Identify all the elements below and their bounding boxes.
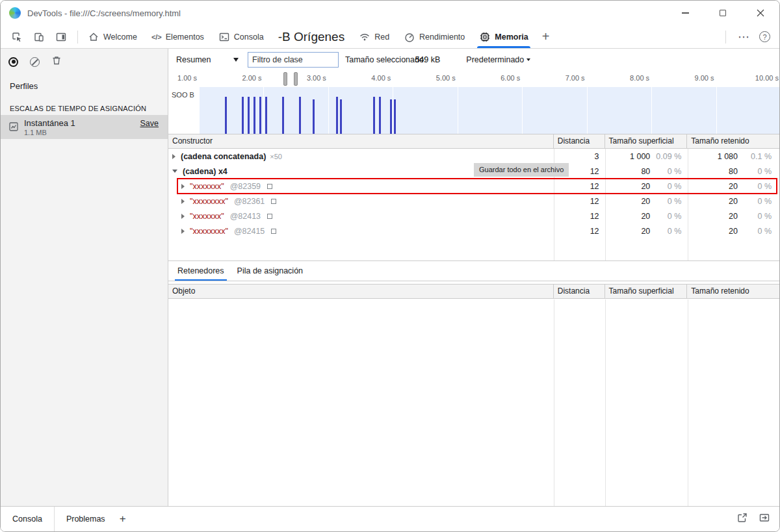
- shallow-size-cell: 200 %: [604, 194, 687, 209]
- allocation-timelines-section-heading: ESCALAS DE TIEMPO DE ASIGNACIÓN: [10, 105, 146, 112]
- drawer-tab-consola[interactable]: Consola: [1, 507, 55, 531]
- shallow-percent: 0 %: [650, 197, 681, 206]
- snapshot-name: Instantánea 1: [24, 118, 75, 128]
- drawer-right-tools: [736, 512, 779, 526]
- clear-profiles-button[interactable]: [30, 57, 40, 67]
- shallow-size-cell: 200 %: [604, 209, 687, 223]
- column-header-distancia[interactable]: Distancia: [553, 285, 604, 298]
- column-header-retained-size[interactable]: Tamaño retenido: [686, 134, 779, 148]
- allocation-bar: [390, 99, 392, 134]
- inspect-element-button[interactable]: [8, 29, 25, 45]
- add-drawer-tab-button[interactable]: +: [120, 513, 126, 526]
- constructor-cell: "xxxxxxxx"@82361: [168, 194, 553, 209]
- device-emulation-icon: [33, 31, 45, 43]
- help-button[interactable]: ?: [759, 31, 770, 42]
- heap-row[interactable]: "xxxxxxxx"@8241512200 %200 %: [168, 223, 779, 238]
- selected-size-value: 549 kB: [415, 55, 440, 64]
- open-external-button[interactable]: [736, 512, 748, 526]
- tab-rendimiento[interactable]: Rendimiento: [396, 25, 472, 48]
- column-divider: [554, 299, 554, 506]
- expand-arrow-icon[interactable]: [172, 154, 176, 159]
- expand-arrow-icon[interactable]: [181, 184, 185, 189]
- heap-row[interactable]: (cadena concatenada)×5031 0000.09 %1 080…: [168, 149, 779, 164]
- close-button[interactable]: [742, 1, 779, 25]
- heap-rows: (cadena concatenada)×5031 0000.09 %1 080…: [168, 149, 779, 238]
- more-options-button[interactable]: ⋯: [738, 30, 750, 44]
- object-id: @82359: [230, 182, 261, 191]
- expand-arrow-icon[interactable]: [181, 229, 185, 234]
- heap-row[interactable]: "xxxxxxxx"@8236112200 %200 %: [168, 194, 779, 209]
- heap-row[interactable]: "xxxxxxx"@8241312200 %200 %: [168, 209, 779, 223]
- expand-arrow-icon[interactable]: [181, 214, 185, 219]
- retained-value: 20: [686, 227, 738, 236]
- column-header-shallow-size[interactable]: Tamaño superficial: [604, 285, 687, 298]
- object-id: @82413: [230, 212, 261, 221]
- memory-chip-icon: [479, 31, 491, 43]
- preview-box-icon: [271, 229, 276, 234]
- column-header-retained-size[interactable]: Tamaño retenido: [686, 285, 779, 298]
- object-id: @82415: [234, 227, 265, 236]
- profile-select[interactable]: Predeterminado: [466, 55, 530, 64]
- device-emulation-button[interactable]: [31, 29, 47, 45]
- column-header-constructor[interactable]: Constructor: [168, 134, 553, 148]
- shallow-percent: 0 %: [650, 182, 681, 191]
- minimize-button[interactable]: [666, 1, 704, 25]
- allocation-bar: [282, 97, 284, 134]
- allocation-bar: [242, 97, 244, 134]
- heap-grid-header: Constructor Distancia Tamaño superficial…: [168, 134, 779, 149]
- timeline-tick-label: 2.00 s: [216, 74, 261, 82]
- tab-label: Rendimiento: [419, 32, 465, 42]
- tab-retenedores[interactable]: Retenedores: [171, 261, 231, 281]
- timeline-tick-label: 6.00 s: [474, 74, 520, 82]
- column-header-objeto[interactable]: Objeto: [168, 285, 553, 298]
- retained-size-cell: 200 %: [686, 209, 779, 223]
- allocation-bar: [379, 97, 381, 134]
- save-snapshot-link[interactable]: Save: [140, 119, 159, 128]
- allocation-bar: [225, 97, 227, 134]
- distance-cell: 12: [553, 223, 604, 238]
- distance-cell: 12: [553, 194, 604, 209]
- selection-handle-right[interactable]: [294, 72, 298, 86]
- tab-memoria[interactable]: Memoria: [472, 25, 535, 48]
- heap-row-selected[interactable]: "xxxxxxx"@8235912200 %200 %: [168, 179, 779, 194]
- column-header-shallow-size[interactable]: Tamaño superficial: [604, 134, 687, 148]
- expand-arrow-icon[interactable]: [181, 199, 185, 204]
- constructor-cell: "xxxxxxx"@82359: [168, 179, 553, 194]
- allocation-timeline[interactable]: 1.00 s2.00 s3.00 s4.00 s5.00 s6.00 s7.00…: [168, 71, 779, 134]
- delete-profile-button[interactable]: [51, 55, 62, 68]
- column-divider: [688, 299, 688, 506]
- snapshot-item[interactable]: Instantánea 1 1.1 MB Save: [1, 115, 168, 139]
- perspective-select[interactable]: Resumen: [176, 52, 239, 68]
- tab-consola[interactable]: Consola: [211, 25, 271, 48]
- drawer-tab-problemas[interactable]: Problemas: [55, 507, 117, 531]
- maximize-button[interactable]: [704, 1, 742, 25]
- tab-elementos[interactable]: </> Elementos: [144, 25, 211, 48]
- tabbar-right-tools: ⋯ ?: [723, 30, 779, 44]
- panel-tabbar: Welcome </> Elementos Consola -B Orígene…: [1, 25, 779, 49]
- timeline-tick-label: 4.00 s: [345, 74, 391, 82]
- column-divider: [605, 299, 606, 506]
- code-brackets-icon: </>: [151, 33, 162, 41]
- shallow-percent: 0.09 %: [650, 152, 681, 161]
- constructor-cell: "xxxxxxxx"@82415: [168, 223, 553, 238]
- constructor-name: "xxxxxxxx": [190, 197, 228, 206]
- selection-handle-left[interactable]: [283, 72, 287, 86]
- shallow-value: 1 000: [604, 152, 651, 161]
- tab-red[interactable]: Red: [352, 25, 396, 48]
- distance-cell: 12: [553, 179, 604, 194]
- tab-origenes[interactable]: -B Orígenes: [271, 25, 352, 48]
- add-panel-button[interactable]: +: [536, 29, 556, 44]
- class-filter-input[interactable]: [248, 52, 339, 68]
- column-header-distancia[interactable]: Distancia: [553, 134, 604, 148]
- tab-pila-de-asignacion[interactable]: Pila de asignación: [231, 261, 309, 281]
- tab-label: Retenedores: [177, 266, 224, 275]
- expand-drawer-button[interactable]: [759, 512, 770, 526]
- dock-side-button[interactable]: [53, 29, 70, 45]
- timeline-tick-label: 3.00 s: [281, 74, 326, 82]
- shallow-value: 20: [604, 197, 651, 206]
- retained-size-cell: 1 0800.1 %: [686, 149, 779, 164]
- collapse-arrow-icon[interactable]: [172, 170, 177, 173]
- tab-welcome[interactable]: Welcome: [81, 25, 144, 48]
- tab-label: Memoria: [495, 32, 528, 42]
- record-allocation-button[interactable]: [8, 57, 18, 67]
